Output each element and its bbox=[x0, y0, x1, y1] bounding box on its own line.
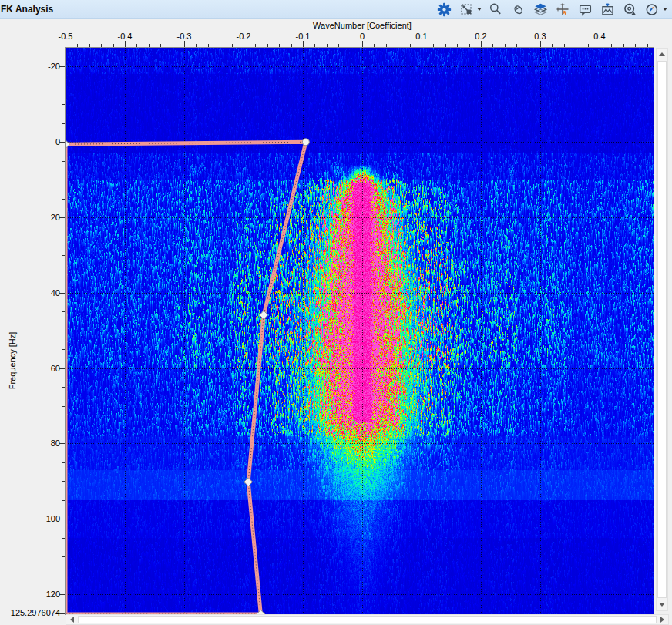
vertical-scroll-thumb[interactable] bbox=[657, 61, 667, 598]
x-tick-label: 0.1 bbox=[406, 32, 437, 41]
annotations-button[interactable] bbox=[576, 2, 593, 18]
y-axis-end-tick-label: 125.2976074 bbox=[3, 608, 60, 617]
x-tick-label: -0.2 bbox=[228, 32, 259, 41]
x-tick-label: 0.2 bbox=[465, 32, 496, 41]
measure-button[interactable] bbox=[621, 2, 638, 18]
scroll-left-button[interactable] bbox=[66, 615, 78, 624]
y-tick-label: -20 bbox=[3, 62, 60, 71]
y-axis-title: Frequency [Hz] bbox=[8, 318, 17, 403]
settings-gear-icon bbox=[437, 2, 452, 17]
tracking-cursor-icon bbox=[556, 2, 570, 16]
x-tick-label: -0.4 bbox=[109, 32, 140, 41]
y-tick-label: 0 bbox=[3, 137, 60, 146]
export-image-button[interactable] bbox=[599, 2, 616, 18]
title-bar: FK Analysis bbox=[0, 0, 672, 19]
x-tick-label: -0.5 bbox=[50, 32, 81, 41]
x-axis-title: WaveNumber [Coefficient] bbox=[254, 21, 470, 30]
mouse-icon bbox=[511, 2, 525, 16]
y-tick-label: 80 bbox=[3, 439, 60, 448]
y-tick-label: 20 bbox=[3, 213, 60, 222]
settings-gear-button[interactable] bbox=[435, 2, 452, 18]
scroll-up-button[interactable] bbox=[657, 49, 667, 60]
layers-icon bbox=[533, 2, 548, 17]
zoom-magnifier-icon bbox=[489, 2, 502, 16]
scroll-up-icon bbox=[659, 52, 665, 56]
mouse-tools-button[interactable] bbox=[509, 2, 526, 18]
x-tick-label: -0.1 bbox=[287, 32, 318, 41]
vertical-scrollbar[interactable] bbox=[656, 48, 668, 611]
scroll-right-icon bbox=[660, 617, 664, 623]
zoom-extents-button[interactable] bbox=[458, 2, 475, 18]
scroll-left-icon bbox=[70, 617, 74, 623]
x-tick-label: 0.4 bbox=[584, 32, 615, 41]
layers-button[interactable] bbox=[532, 2, 549, 18]
scroll-down-icon bbox=[659, 603, 665, 607]
fk-spectrum-plot[interactable] bbox=[66, 48, 654, 614]
export-image-icon bbox=[600, 2, 615, 17]
comment-bubble-icon bbox=[578, 2, 593, 17]
horizontal-scroll-thumb[interactable] bbox=[78, 616, 657, 623]
compass-icon bbox=[645, 2, 660, 17]
x-tick-label: 0.3 bbox=[525, 32, 556, 41]
x-tick-label: -0.3 bbox=[169, 32, 200, 41]
zoom-extents-icon bbox=[459, 2, 473, 16]
scroll-down-button[interactable] bbox=[657, 599, 667, 610]
zoom-extents-dropdown-caret[interactable] bbox=[477, 8, 482, 11]
compass-button[interactable] bbox=[643, 2, 660, 18]
zoom-button[interactable] bbox=[487, 2, 504, 18]
fk-polygon-overlay[interactable] bbox=[66, 48, 654, 614]
x-tick-label: 0 bbox=[347, 32, 378, 41]
fk-analysis-window: FK Analysis bbox=[0, 0, 672, 625]
compass-dropdown-caret[interactable] bbox=[663, 8, 667, 11]
measure-tape-icon bbox=[623, 2, 637, 17]
toolbar bbox=[435, 2, 672, 18]
scroll-right-button[interactable] bbox=[657, 615, 668, 624]
tracking-cursor-button[interactable] bbox=[554, 2, 571, 18]
y-tick-label: 100 bbox=[3, 514, 60, 523]
y-tick-label: 120 bbox=[3, 590, 60, 599]
window-title: FK Analysis bbox=[1, 4, 53, 15]
y-tick-label: 40 bbox=[3, 288, 60, 297]
horizontal-scrollbar[interactable] bbox=[66, 614, 669, 625]
